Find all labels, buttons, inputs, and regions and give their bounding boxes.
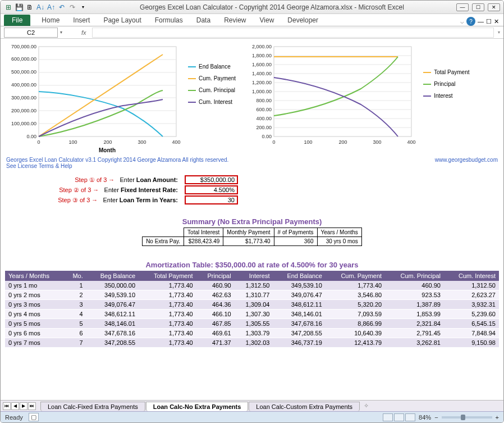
save-icon[interactable]: 💾 bbox=[15, 3, 24, 12]
sort-asc-icon[interactable]: A↓ bbox=[36, 3, 45, 12]
new-sheet-icon[interactable]: ✧ bbox=[364, 402, 369, 410]
svg-text:600.00: 600.00 bbox=[256, 107, 272, 112]
copyright-text: Georges Excel Loan Calculator v3.1 Copyr… bbox=[6, 157, 228, 163]
zoom-out-button[interactable]: − bbox=[434, 414, 438, 421]
sheet-tab-bar: ⏮ ◀ ▶ ⏭ Loan Calc-Fixed Extra Payments L… bbox=[1, 400, 503, 411]
macro-record-icon[interactable]: ▢ bbox=[29, 413, 39, 421]
workbook-restore-icon[interactable]: ☐ bbox=[486, 18, 492, 25]
print-preview-icon[interactable]: 🗎 bbox=[25, 3, 34, 12]
svg-text:Month: Month bbox=[99, 147, 116, 153]
svg-text:200: 200 bbox=[103, 139, 112, 145]
svg-text:300,000.00: 300,000.00 bbox=[11, 95, 36, 101]
table-row[interactable]: 0 yrs 4 mos4348,612.111,773.40466.101,30… bbox=[5, 310, 499, 319]
svg-text:0.00: 0.00 bbox=[26, 134, 36, 139]
license-link[interactable]: See License Terms & Help bbox=[5, 163, 499, 175]
close-button[interactable]: ✕ bbox=[488, 3, 500, 11]
table-row[interactable]: 0 yrs 7 mos7347,208.551,773.40471.371,30… bbox=[5, 338, 499, 348]
view-normal-button[interactable] bbox=[383, 413, 393, 421]
sheet-tab-fixed[interactable]: Loan Calc-Fixed Extra Payments bbox=[40, 402, 145, 411]
view-page-break-button[interactable] bbox=[405, 413, 415, 421]
quick-access-toolbar: ⊞ 💾 🗎 A↓ A↑ ↶ ↷ ▾ bbox=[4, 3, 88, 12]
workbook-close-icon[interactable]: ✕ bbox=[494, 18, 499, 25]
table-row[interactable]: 0 yrs 3 mos3349,076.471,773.40464.361,30… bbox=[5, 300, 499, 310]
chart-payment-breakdown[interactable]: 0.00200.00400.00600.00800.001,000.001,20… bbox=[246, 41, 469, 154]
tab-review[interactable]: Review bbox=[217, 15, 253, 26]
tab-nav-next[interactable]: ▶ bbox=[20, 402, 28, 410]
svg-text:1,000.00: 1,000.00 bbox=[252, 89, 272, 94]
zoom-in-button[interactable]: + bbox=[496, 414, 499, 421]
tab-nav-prev[interactable]: ◀ bbox=[11, 402, 19, 410]
file-tab[interactable]: File bbox=[4, 15, 30, 26]
input-steps: Step ① of 3 → Enter Loan Amount: $350,00… bbox=[11, 175, 353, 205]
formula-expand-icon[interactable]: ▾ bbox=[496, 30, 500, 35]
window-controls: — ☐ ✕ bbox=[456, 3, 500, 11]
tab-page-layout[interactable]: Page Layout bbox=[97, 15, 148, 26]
table-row[interactable]: 0 yrs 5 mos5348,146.011,773.40467.851,30… bbox=[5, 319, 499, 329]
table-row[interactable]: 0 yrs 6 mos6347,678.161,773.40469.611,30… bbox=[5, 329, 499, 338]
sheet-tab-no-extra[interactable]: Loan Calc-No Extra Payments bbox=[146, 402, 249, 411]
title-bar: ⊞ 💾 🗎 A↓ A↑ ↶ ↷ ▾ Georges Excel Loan Cal… bbox=[1, 1, 503, 14]
formula-bar: ▾ fx ▾ bbox=[1, 26, 503, 39]
qat-dropdown-icon[interactable]: ▾ bbox=[79, 3, 88, 12]
amortization-table: Years / MonthsMo.Beg BalanceTotal Paymen… bbox=[5, 271, 499, 348]
svg-text:100: 100 bbox=[304, 139, 313, 145]
tab-insert[interactable]: Insert bbox=[66, 15, 97, 26]
tab-nav-last[interactable]: ⏭ bbox=[28, 402, 36, 410]
svg-text:200,000.00: 200,000.00 bbox=[11, 108, 36, 113]
svg-text:2,000.00: 2,000.00 bbox=[252, 44, 272, 49]
svg-text:1,200.00: 1,200.00 bbox=[252, 80, 272, 85]
svg-text:100: 100 bbox=[68, 139, 77, 145]
workbook-minimize-icon[interactable]: — bbox=[478, 18, 484, 25]
loan-term-input[interactable]: 30 bbox=[185, 195, 238, 204]
svg-text:1,400.00: 1,400.00 bbox=[252, 71, 272, 76]
table-row[interactable]: 0 yrs 2 mos2349,539.101,773.40462.631,31… bbox=[5, 290, 499, 300]
chart1-legend: End Balance Cum. Payment Cum. Principal … bbox=[185, 41, 236, 105]
tab-data[interactable]: Data bbox=[190, 15, 217, 26]
interest-rate-input[interactable]: 4.500% bbox=[185, 185, 238, 194]
svg-text:100,000.00: 100,000.00 bbox=[11, 121, 36, 126]
chart1-svg: 0.00100,000.00200,000.00300,000.00400,00… bbox=[5, 41, 185, 153]
view-page-layout-button[interactable] bbox=[394, 413, 404, 421]
help-icon[interactable]: ? bbox=[466, 17, 475, 26]
status-bar: Ready ▢ 84% − + bbox=[1, 411, 503, 422]
tab-home[interactable]: Home bbox=[35, 15, 66, 26]
tab-view[interactable]: View bbox=[253, 15, 281, 26]
svg-text:0: 0 bbox=[273, 139, 276, 145]
tab-formulas[interactable]: Formulas bbox=[148, 15, 190, 26]
minimize-button[interactable]: — bbox=[456, 3, 469, 11]
ribbon-tabs: File Home Insert Page Layout Formulas Da… bbox=[1, 14, 503, 26]
svg-text:0.00: 0.00 bbox=[262, 134, 272, 139]
sheet-tab-custom[interactable]: Loan Calc-Custom Extra Payments bbox=[249, 402, 360, 411]
redo-icon[interactable]: ↷ bbox=[68, 3, 77, 12]
summary-table: Total Interest Monthly Payment # of Paym… bbox=[142, 228, 362, 246]
ribbon-minimize-icon[interactable]: ⌵ bbox=[460, 18, 464, 25]
svg-text:400,000.00: 400,000.00 bbox=[11, 82, 36, 88]
sort-desc-icon[interactable]: A↑ bbox=[47, 3, 56, 12]
svg-text:600,000.00: 600,000.00 bbox=[11, 56, 36, 62]
step-interest-rate: Step ② of 3 → Enter Fixed Interest Rate:… bbox=[11, 185, 353, 195]
loan-amount-input[interactable]: $350,000.00 bbox=[185, 175, 238, 184]
svg-text:300: 300 bbox=[373, 139, 382, 145]
fx-icon[interactable]: fx bbox=[78, 29, 90, 36]
tab-nav-first[interactable]: ⏮ bbox=[3, 402, 11, 410]
zoom-slider[interactable] bbox=[442, 416, 492, 419]
chart2-legend: Total Payment Principal Interest bbox=[420, 41, 469, 99]
website-link[interactable]: www.georgesbudget.com bbox=[435, 157, 498, 163]
table-row[interactable]: 0 yrs 1 mo1350,000.001,773.40460.901,312… bbox=[5, 281, 499, 290]
amortization-title: Amortization Table: $350,000.00 at rate … bbox=[5, 261, 499, 269]
namebox-dropdown-icon[interactable]: ▾ bbox=[60, 30, 62, 35]
maximize-button[interactable]: ☐ bbox=[472, 3, 484, 11]
name-box[interactable] bbox=[4, 28, 58, 38]
svg-text:400: 400 bbox=[407, 139, 416, 145]
worksheet-area[interactable]: 0.00100,000.00200,000.00300,000.00400,00… bbox=[1, 39, 503, 412]
excel-icon: ⊞ bbox=[4, 3, 13, 12]
tab-developer[interactable]: Developer bbox=[281, 15, 325, 26]
chart-balance-cumulative[interactable]: 0.00100,000.00200,000.00300,000.00400,00… bbox=[5, 41, 236, 154]
svg-text:700,000.00: 700,000.00 bbox=[11, 44, 36, 49]
window-title: Georges Excel Loan Calculator - Copyrigh… bbox=[88, 3, 456, 11]
undo-icon[interactable]: ↶ bbox=[57, 3, 66, 12]
svg-text:200.00: 200.00 bbox=[256, 125, 272, 130]
svg-text:800.00: 800.00 bbox=[256, 98, 272, 103]
formula-input[interactable] bbox=[92, 28, 494, 38]
zoom-level[interactable]: 84% bbox=[419, 414, 431, 421]
